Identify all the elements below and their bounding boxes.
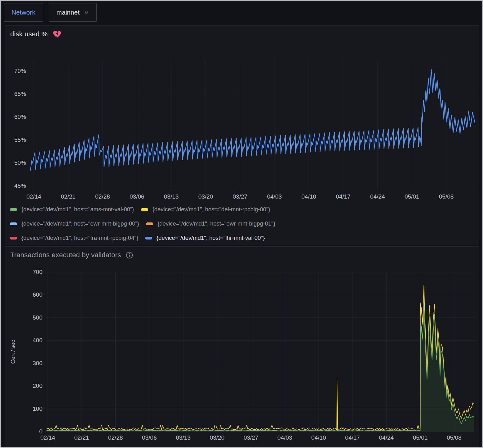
info-icon[interactable] xyxy=(126,252,133,259)
x-tick-label: 04/24 xyxy=(364,193,392,200)
legend-row: {device="/dev/md1", host="fra-mnt-rpcbig… xyxy=(10,231,275,245)
legend-swatch-icon xyxy=(10,237,17,240)
chevron-down-icon xyxy=(84,10,89,15)
y-tick-label: 50% xyxy=(4,159,26,167)
x-tick-label: 03/13 xyxy=(169,434,197,441)
broken-heart-icon xyxy=(53,30,61,38)
x-tick-label: 02/14 xyxy=(20,193,48,200)
legend-label: {device="/dev/md1", host="fra-mnt-rpcbig… xyxy=(21,235,138,241)
y-tick-label: 500 xyxy=(21,314,42,321)
legend-item[interactable]: {device="/dev/md1", host="lhr-mnt-val-00… xyxy=(145,235,265,241)
x-tick-label: 02/21 xyxy=(54,193,82,200)
y-tick-label: 55% xyxy=(4,136,26,144)
x-tick-label: 03/06 xyxy=(123,193,151,200)
y-tick-label: 200 xyxy=(21,382,42,390)
y-tick-label: 0 xyxy=(21,428,42,435)
legend-swatch-icon xyxy=(10,208,17,211)
x-tick-label: 04/03 xyxy=(271,434,299,441)
variable-value-text: mainnet xyxy=(56,9,80,16)
x-tick-label: 05/08 xyxy=(432,193,460,200)
x-tick-label: 04/03 xyxy=(260,193,288,200)
legend-item[interactable]: {device="/dev/md1", host="del-mnt-rpcbig… xyxy=(141,206,270,213)
x-tick-label: 05/01 xyxy=(406,434,434,441)
x-tick-label: 04/10 xyxy=(305,434,333,441)
disk-used-legend: {device="/dev/md1", host="ams-mnt-val-00… xyxy=(10,202,275,245)
x-tick-label: 02/28 xyxy=(102,434,130,441)
legend-item[interactable]: {device="/dev/md1", host="ewr-mnt-bigpg-… xyxy=(10,220,139,227)
x-tick-label: 04/24 xyxy=(372,434,400,441)
x-tick-label: 03/27 xyxy=(226,193,254,200)
grafana-dashboard: Network mainnet disk used % Transactions… xyxy=(0,0,483,448)
legend-row: {device="/dev/md1", host="ams-mnt-val-00… xyxy=(10,202,275,217)
y-tick-label: 65% xyxy=(4,90,26,98)
disk-used-chart[interactable] xyxy=(30,60,475,190)
x-tick-label: 04/10 xyxy=(295,193,323,200)
x-tick-label: 05/08 xyxy=(440,434,468,441)
y-tick-label: 600 xyxy=(21,291,42,298)
legend-swatch-icon xyxy=(146,222,153,225)
variable-label-text: Network xyxy=(11,9,35,16)
legend-item[interactable]: {device="/dev/md1", host="fra-mnt-rpcbig… xyxy=(10,235,138,241)
x-tick-label: 05/01 xyxy=(398,193,426,200)
x-tick-label: 04/17 xyxy=(339,434,366,441)
y-tick-label: 60% xyxy=(4,113,26,121)
x-tick-label: 03/20 xyxy=(192,193,219,200)
legend-swatch-icon xyxy=(145,237,152,240)
legend-label: {device="/dev/md1", host="del-mnt-rpcbig… xyxy=(153,206,270,213)
panel-tx-title-text: Transactions executed by validators xyxy=(10,251,121,259)
y-tick-label: 300 xyxy=(21,360,42,367)
y-tick-label: 45% xyxy=(4,182,26,190)
y-tick-label: 700 xyxy=(21,268,42,276)
legend-swatch-icon xyxy=(141,208,148,211)
legend-label: {device="/dev/md1", host="ewr-mnt-bigpg-… xyxy=(21,220,139,227)
x-tick-label: 03/27 xyxy=(237,434,265,441)
legend-row: {device="/dev/md1", host="ewr-mnt-bigpg-… xyxy=(10,217,275,231)
x-tick-label: 04/17 xyxy=(329,193,357,200)
y-tick-label: 400 xyxy=(21,337,42,344)
legend-item[interactable]: {device="/dev/md1", host="ams-mnt-val-00… xyxy=(10,206,134,213)
transactions-chart[interactable] xyxy=(47,272,476,432)
legend-label: {device="/dev/md1", host="ewr-mnt-bigpg-… xyxy=(157,220,275,227)
variable-value-dropdown[interactable]: mainnet xyxy=(49,3,97,22)
legend-label: {device="/dev/md1", host="ams-mnt-val-00… xyxy=(21,206,134,213)
legend-swatch-icon xyxy=(10,222,17,225)
x-tick-label: 03/06 xyxy=(135,434,163,441)
legend-item[interactable]: {device="/dev/md1", host="ewr-mnt-bigpg-… xyxy=(146,220,275,227)
x-tick-label: 03/13 xyxy=(157,193,185,200)
x-tick-label: 02/21 xyxy=(68,434,95,441)
y-tick-label: 100 xyxy=(21,405,42,413)
panel-tx-title[interactable]: Transactions executed by validators xyxy=(10,251,133,259)
variable-label-network[interactable]: Network xyxy=(4,3,43,22)
y-tick-label: 70% xyxy=(4,67,26,75)
x-tick-label: 03/20 xyxy=(203,434,231,441)
panel-disk-title[interactable]: disk used % xyxy=(10,30,61,38)
legend-label: {device="/dev/md1", host="lhr-mnt-val-00… xyxy=(157,235,265,241)
y-axis-title: Cert / sec xyxy=(10,329,17,374)
panel-disk-title-text: disk used % xyxy=(10,30,48,38)
x-tick-label: 02/28 xyxy=(89,193,117,200)
